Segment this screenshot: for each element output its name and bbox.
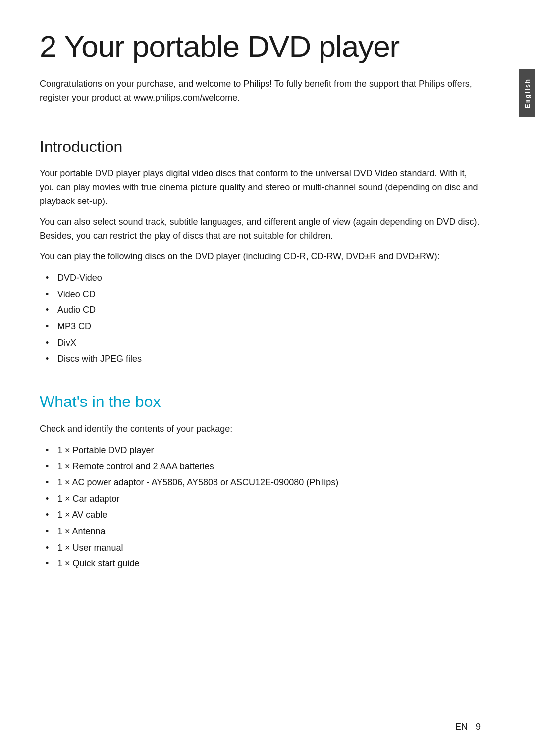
list-item: 1 × Remote control and 2 AAA batteries [40,459,481,474]
page-container: English 2Your portable DVD player Congra… [0,0,535,756]
introduction-para-3: You can play the following discs on the … [40,250,481,264]
divider-1 [40,121,481,121]
list-item: 1 × AV cable [40,508,481,522]
chapter-number: 2 [40,29,56,63]
introduction-para-2: You can also select sound track, subtitl… [40,215,481,243]
list-item: 1 × Quick start guide [40,556,481,571]
footer-page: 9 [476,722,481,732]
list-item: MP3 CD [40,319,481,334]
chapter-title-text: Your portable DVD player [64,29,399,63]
introduction-heading: Introduction [40,137,481,156]
list-item: Audio CD [40,303,481,317]
divider-2 [40,376,481,376]
box-items-list: 1 × Portable DVD player 1 × Remote contr… [40,443,481,571]
list-item: Discs with JPEG files [40,352,481,366]
side-tab-label: English [524,78,531,108]
disc-list: DVD-Video Video CD Audio CD MP3 CD DivX … [40,271,481,366]
list-item: DVD-Video [40,271,481,285]
list-item: 1 × Portable DVD player [40,443,481,457]
introduction-para-1: Your portable DVD player plays digital v… [40,167,481,208]
list-item: DivX [40,336,481,350]
list-item: 1 × User manual [40,541,481,555]
whats-in-box-heading: What's in the box [40,392,481,411]
list-item: 1 × Antenna [40,524,481,539]
footer-lang: EN [455,722,468,732]
list-item: 1 × AC power adaptor - AY5806, AY5808 or… [40,475,481,490]
list-item: Video CD [40,287,481,302]
intro-paragraph: Congratulations on your purchase, and we… [40,77,481,105]
whats-in-box-intro: Check and identify the contents of your … [40,422,481,436]
chapter-title: 2Your portable DVD player [40,30,481,63]
list-item: 1 × Car adaptor [40,492,481,506]
side-tab: English [519,69,535,117]
page-footer: EN 9 [455,722,481,732]
